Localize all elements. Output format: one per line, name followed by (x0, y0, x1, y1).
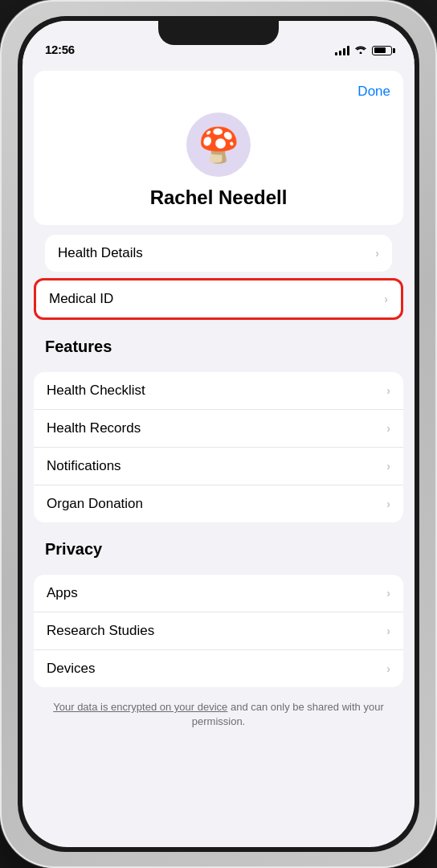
health-records-item[interactable]: Health Records › (34, 410, 403, 448)
health-details-item[interactable]: Health Details › (45, 235, 392, 272)
notifications-label: Notifications (47, 458, 121, 474)
research-studies-label: Research Studies (47, 623, 154, 639)
organ-donation-label: Organ Donation (47, 496, 143, 512)
devices-item[interactable]: Devices › (34, 650, 403, 687)
done-button[interactable]: Done (357, 84, 390, 100)
health-checklist-item[interactable]: Health Checklist › (34, 372, 403, 410)
devices-label: Devices (47, 661, 95, 677)
chevron-icon: › (386, 587, 390, 600)
phone-inner: 12:56 (18, 16, 419, 852)
signal-icon (335, 46, 349, 55)
health-records-label: Health Records (47, 420, 141, 436)
main-content: Done 🍄 Rachel Needell Health Details (22, 61, 415, 847)
footer-text: Your data is encrypted on your device an… (22, 687, 415, 745)
research-studies-item[interactable]: Research Studies › (34, 612, 403, 650)
medical-id-item[interactable]: Medical ID › (34, 278, 403, 320)
status-time: 12:56 (45, 43, 75, 56)
organ-donation-item[interactable]: Organ Donation › (34, 485, 403, 522)
battery-icon (372, 46, 392, 55)
notifications-item[interactable]: Notifications › (34, 448, 403, 485)
health-details-section: Health Details › (45, 235, 392, 272)
screen: 12:56 (22, 21, 415, 847)
wifi-icon (354, 44, 367, 56)
chevron-icon: › (386, 460, 390, 473)
chevron-icon: › (386, 662, 390, 675)
features-section-header: Features (22, 320, 415, 362)
chevron-icon: › (386, 422, 390, 435)
avatar: 🍄 (186, 113, 251, 177)
profile-section: Done 🍄 Rachel Needell (34, 71, 403, 225)
features-section: Health Checklist › Health Records › Noti… (34, 372, 403, 522)
health-checklist-label: Health Checklist (47, 383, 145, 399)
medical-id-chevron: › (384, 293, 388, 305)
phone-frame: 12:56 (0, 0, 437, 868)
user-name: Rachel Needell (34, 186, 403, 225)
privacy-section: Apps › Research Studies › Devices › (34, 575, 403, 687)
chevron-icon: › (386, 497, 390, 510)
apps-item[interactable]: Apps › (34, 575, 403, 612)
chevron-icon: › (386, 624, 390, 637)
notch (158, 21, 279, 45)
health-details-label: Health Details (58, 245, 143, 261)
apps-label: Apps (47, 585, 78, 601)
medical-id-label: Medical ID (49, 291, 113, 307)
privacy-section-header: Privacy (22, 522, 415, 565)
avatar-container: 🍄 (34, 106, 403, 186)
status-icons (335, 44, 392, 56)
chevron-icon: › (375, 247, 379, 260)
chevron-icon: › (386, 384, 390, 397)
